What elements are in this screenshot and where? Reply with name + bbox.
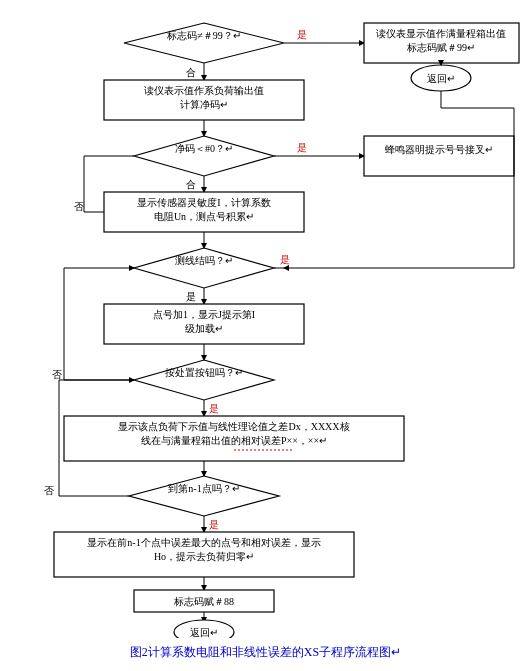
label-net-no: 合 xyxy=(186,179,196,190)
label-read-left-2: 计算净码↵ xyxy=(180,99,228,110)
label-yes1: 是 xyxy=(297,29,307,40)
label-read-right-2: 标志码赋＃99↵ xyxy=(406,42,475,53)
label-display-left-1: 显示传感器灵敏度I，计算系数 xyxy=(137,197,270,208)
label-net: 净码＜#0？↵ xyxy=(175,143,233,154)
label-display-left-2: 电阻Un，测点号积累↵ xyxy=(154,211,254,222)
label-n1-no: 否 xyxy=(44,485,54,496)
label-read-right-1: 读仪表显示值作满量程箱出值 xyxy=(376,28,506,39)
diamond-press xyxy=(134,360,274,400)
diamond-to-n1 xyxy=(129,476,279,516)
diamond-flag99 xyxy=(124,23,284,63)
label-press-yes: 是 xyxy=(209,403,219,414)
flowchart-svg: 标志码≠＃99？↵ 合 是 读仪表示值作系负荷输出值 计算净码↵ 读仪表显示值作… xyxy=(4,8,527,638)
label-read-left-1: 读仪表示值作系负荷输出值 xyxy=(144,85,264,96)
label-return-right: 返回↵ xyxy=(427,73,455,84)
label-final-1: 显示在前n-1个点中误差最大的点号和相对误差，显示 xyxy=(87,537,320,548)
label-diff-2: 线在与满量程箱出值的相对误差P××，××↵ xyxy=(141,435,327,446)
label-flag99: 标志码≠＃99？↵ xyxy=(166,30,241,41)
label-press-no: 否 xyxy=(52,369,62,380)
label-test-no: 是 xyxy=(186,291,196,302)
label-test-yes: 是 xyxy=(280,254,290,265)
label-final-2: Ho，提示去负荷归零↵ xyxy=(154,551,254,562)
label-buzzer-1: 蜂鸣器明提示号号接叉↵ xyxy=(385,144,493,155)
label-count-2: 级加载↵ xyxy=(185,323,223,334)
chart-caption: 图2计算系数电阻和非线性误差的XS子程序流程图↵ xyxy=(4,644,527,661)
label-n1-yes: 是 xyxy=(209,519,219,530)
label-flag88: 标志码赋＃88 xyxy=(173,596,234,607)
label-test: 测线结吗？↵ xyxy=(175,255,233,266)
label-to-n1: 到第n-1点吗？↵ xyxy=(168,483,239,494)
label-loop-no: 否 xyxy=(74,201,84,212)
label-count-1: 点号加1，显示J提示第I xyxy=(153,309,255,320)
label-no1: 合 xyxy=(186,67,196,78)
label-net-yes: 是 xyxy=(297,142,307,153)
rect-buzzer xyxy=(364,136,514,176)
label-return-bottom: 返回↵ xyxy=(190,627,218,638)
label-diff-1: 显示该点负荷下示值与线性理论值之差Dx，XXXX核 xyxy=(118,421,349,432)
label-press: 按处置按钮吗？↵ xyxy=(165,367,243,378)
diamond-test xyxy=(134,248,274,288)
flowchart-container: 标志码≠＃99？↵ 合 是 读仪表示值作系负荷输出值 计算净码↵ 读仪表显示值作… xyxy=(0,0,531,671)
diamond-net xyxy=(134,136,274,176)
